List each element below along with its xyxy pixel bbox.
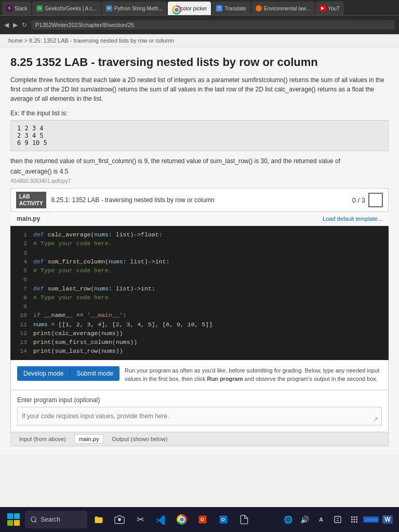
tab-envlaw-label: Environmental law... [264,6,311,11]
envlaw-favicon [256,5,262,11]
code-line-9: 9 [10,302,389,311]
run-description: Run your program as often as you'd like,… [125,366,382,383]
tab-python[interactable]: W Python String Meth... [102,2,167,15]
address-bar[interactable]: P1352Winter2023/chapter/8/section/25 [31,20,395,30]
slack-favicon: S [6,5,12,11]
keyboard-label: A [319,516,323,523]
lab-score: 0 / 3 [352,196,365,204]
chrome-favicon [172,5,178,11]
tray-keyboard[interactable]: A [314,512,328,527]
input-section: Enter program input (optional) ↗ [10,390,389,432]
outlook-icon: O [218,514,229,525]
office-icon: O [197,514,208,525]
code-line-8: 8 # Type your code here [10,293,389,302]
forward-icon[interactable]: ▶ [13,21,18,29]
tray-sound[interactable]: 🔊 [297,512,312,527]
svg-rect-12 [351,519,353,521]
result-text2: calc_average() is 4.5 [10,168,389,175]
taskbar-outlook[interactable]: O [214,510,233,529]
files-icon [239,514,249,525]
tab-envlaw[interactable]: Environmental law... [251,2,315,15]
youtube-favicon: ▶ [320,5,326,11]
svg-point-0 [31,517,36,522]
code-line-1: 1 def calc_average(nums: list)->float: [10,230,389,239]
small-id: 4S4800.3063401.qx8zpy7 [10,178,389,184]
taskbar-file-explorer[interactable] [89,510,108,529]
tray-zoom[interactable]: zoom [364,512,378,527]
camera-icon [114,514,125,525]
tab-youtube[interactable]: ▶ YouT [315,2,344,15]
code-line-12: 12 print(calc_average(nums)) [10,329,389,338]
tab-translate[interactable]: T Translate [212,2,250,15]
submit-mode-button[interactable]: Submit mode [70,366,119,381]
tray-action-center[interactable] [330,512,345,527]
code-line-13: 13 print(sum_first_column(nums)) [10,338,389,347]
lab-title: 8.25.1: 1352 LAB - traversing nested lis… [51,196,352,204]
tab-geeksforgeeks[interactable]: G GeeksforGeeks | A c... [32,2,100,15]
description: Complete three functions that each take … [10,75,389,103]
code-line-6: 6 [10,275,389,284]
tab-translate-label: Translate [224,6,246,11]
code-line-4: 4 def sum_first_column(nums: list)->int: [10,257,389,266]
lab-label: LAB ACTIVITY [16,192,46,208]
code-line-14: 14 print(sum_last_row(nums)) [10,347,389,355]
vscode-icon [156,514,166,525]
tray-globe[interactable]: 🌐 [281,512,295,527]
tab-slack-label: Slack [15,6,27,11]
tab-input[interactable]: Input (from above) [15,435,70,443]
folder-icon [94,514,104,525]
page-title: 8.25 1352 LAB - traversing nested lists … [10,56,389,69]
search-bar[interactable]: Search [25,511,87,528]
code-editor[interactable]: 1 def calc_average(nums: list)->float: 2… [10,226,389,360]
taskbar-office[interactable]: O [193,510,212,529]
back-icon[interactable]: ◀ [4,21,9,29]
example-label: Ex: If the input list is: [10,110,389,117]
geeks-favicon: G [36,5,43,11]
tab-slack[interactable]: S Slack [2,2,31,15]
editor-filename: main.py [17,215,40,222]
tray-apps[interactable] [347,512,362,527]
code-line-2: 2 # Type your code here. [10,239,389,248]
main-area: 8.25 1352 LAB - traversing nested lists … [0,47,399,455]
tab-colorpicker-label: color picker [180,6,207,11]
result-text: then the returned value of sum_first_col… [10,157,389,165]
tab-colorpicker[interactable]: color picker [168,2,211,15]
translate-favicon: T [216,5,222,11]
tray-word[interactable]: W [380,512,395,527]
svg-rect-15 [351,521,353,523]
code-line-5: 5 # Type your code here. [10,266,389,275]
load-template-link[interactable]: Load default template... [323,216,382,222]
taskbar: Search ✂ O O [0,507,399,532]
svg-rect-16 [354,521,355,523]
search-icon [30,516,37,523]
program-input[interactable] [17,407,382,425]
browser-bar: ◀ ▶ ↻ P1352Winter2023/chapter/8/section/… [0,16,399,34]
lab-label-1: LAB [19,194,30,200]
browser-tabs: S Slack G GeeksforGeeks | A c... W Pytho… [0,0,399,16]
tab-mainpy[interactable]: main.py [74,434,104,444]
taskbar-chrome[interactable] [172,510,191,529]
input-box-wrapper: ↗ [17,407,382,425]
svg-rect-13 [354,519,355,521]
output-tabs: Input (from above) main.py Output (shown… [10,432,389,446]
lab-label-2: ACTIVITY [19,201,43,206]
taskbar-camera[interactable] [110,510,129,529]
taskbar-right: 🌐 🔊 A zoom W [281,512,395,527]
code-line-11: 11 nums = [[1, 2, 3, 4], [2, 3, 4, 5], [… [10,320,389,329]
start-button[interactable] [4,510,23,529]
refresh-icon[interactable]: ↻ [22,21,27,29]
svg-text:O: O [201,517,204,522]
input-label: Enter program input (optional) [17,396,382,404]
search-text: Search [41,516,60,523]
taskbar-files[interactable] [235,510,254,529]
buttons-area: Develop mode Submit mode Run your progra… [10,360,389,390]
breadcrumb: home > 8.25: 1352 LAB - traversing neste… [0,34,399,47]
page-content: home > 8.25: 1352 LAB - traversing neste… [0,34,399,507]
svg-rect-6 [335,516,341,523]
resize-handle[interactable]: ↗ [373,415,379,423]
mode-buttons: Develop mode Submit mode [17,366,119,381]
develop-mode-button[interactable]: Develop mode [17,366,70,381]
tab-output[interactable]: Output (shown below) [108,435,171,443]
taskbar-scissors[interactable]: ✂ [131,510,150,529]
taskbar-vscode[interactable] [152,510,170,529]
